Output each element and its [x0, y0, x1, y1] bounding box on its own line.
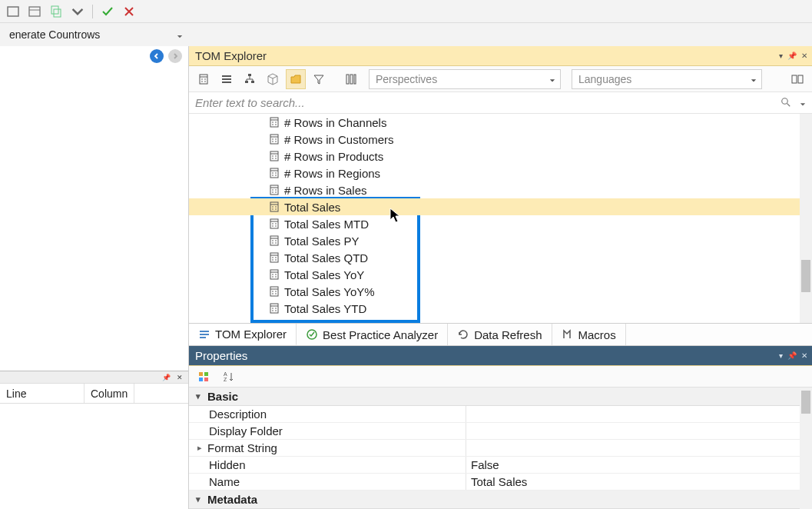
property-value[interactable]: False	[466, 457, 812, 473]
pin-icon[interactable]: 📌	[160, 374, 173, 381]
collapse-icon[interactable]: ▾	[194, 494, 203, 504]
measure-icon	[269, 303, 280, 314]
category-label: Basic	[207, 390, 238, 403]
svg-rect-80	[270, 270, 278, 279]
tab-macros[interactable]: Macros	[552, 324, 626, 345]
chevron-down-icon[interactable]	[69, 3, 86, 20]
properties-header: Properties ▾ 📌 ✕	[189, 346, 812, 366]
forward-icon[interactable]	[168, 49, 182, 63]
close-icon[interactable]: ✕	[801, 52, 807, 60]
hierarchy-icon[interactable]	[240, 69, 260, 89]
property-value[interactable]	[466, 406, 812, 422]
svg-point-97	[275, 310, 277, 311]
script-icon[interactable]	[48, 3, 65, 20]
expand-icon[interactable]: ▸	[195, 443, 204, 453]
tree-node[interactable]: Total Sales MTD	[189, 215, 800, 232]
list-icon[interactable]	[217, 69, 237, 89]
back-icon[interactable]	[150, 49, 164, 63]
window-icon[interactable]	[5, 3, 22, 20]
category-metadata[interactable]: ▾ Metadata	[189, 491, 812, 509]
property-value[interactable]	[466, 423, 812, 439]
svg-point-22	[782, 98, 788, 104]
window-menu-icon[interactable]: ▾	[779, 352, 783, 360]
scroll-thumb[interactable]	[801, 391, 810, 414]
chevron-down-icon	[177, 30, 183, 42]
tree-node[interactable]: Total Sales PY	[189, 232, 800, 249]
tab-data-refresh[interactable]: Data Refresh	[448, 324, 552, 345]
layout-icon[interactable]	[26, 3, 43, 20]
categorized-icon[interactable]	[194, 367, 214, 387]
cube-icon[interactable]	[263, 69, 283, 89]
alphabetical-icon[interactable]: AZ	[218, 367, 238, 387]
property-row[interactable]: ▸Format String	[189, 440, 812, 457]
column-header-column[interactable]: Column	[85, 384, 134, 403]
tree-node-label: Total Sales	[284, 201, 340, 214]
property-row[interactable]: Display Folder	[189, 423, 812, 440]
collapse-icon[interactable]: ▾	[194, 391, 203, 401]
svg-rect-20	[792, 75, 797, 83]
property-value[interactable]: Total Sales	[466, 474, 812, 490]
scrollbar[interactable]	[800, 114, 812, 323]
measure-icon	[269, 185, 280, 195]
search-input[interactable]	[195, 96, 806, 109]
search-icon[interactable]	[781, 97, 790, 109]
svg-point-84	[272, 276, 273, 278]
svg-rect-86	[270, 287, 278, 296]
folder-icon[interactable]	[286, 69, 306, 89]
tree-node-label: # Rows in Customers	[284, 133, 394, 146]
svg-rect-15	[245, 81, 248, 83]
chevron-down-icon[interactable]	[800, 97, 806, 109]
filter-icon[interactable]	[309, 69, 329, 89]
ribbon-tab-countrows[interactable]: enerate Countrows	[0, 23, 189, 46]
svg-line-23	[787, 103, 790, 106]
check-icon[interactable]	[99, 3, 116, 20]
pin-icon[interactable]: 📌	[787, 52, 797, 60]
window-menu-icon[interactable]: ▾	[779, 52, 783, 60]
tree-node-label: Total Sales YoY%	[284, 285, 375, 298]
columns-icon[interactable]	[341, 69, 361, 89]
tree-node-label: Total Sales MTD	[284, 218, 369, 231]
property-row[interactable]: Description	[189, 406, 812, 423]
tree-node[interactable]: Total Sales YoY%	[189, 283, 800, 300]
close-icon[interactable]: ✕	[801, 352, 807, 360]
tree-node[interactable]: Total Sales YTD	[189, 300, 800, 317]
tree-node[interactable]: # Rows in Channels	[189, 114, 800, 131]
tree-node[interactable]: Total Sales	[189, 198, 800, 215]
svg-rect-13	[222, 82, 231, 83]
close-icon[interactable]	[121, 3, 138, 20]
svg-rect-92	[270, 304, 278, 313]
perspectives-dropdown[interactable]: Perspectives	[369, 69, 561, 89]
svg-rect-5	[200, 75, 207, 84]
tab-tom-explorer[interactable]: TOM Explorer	[189, 324, 297, 345]
svg-point-54	[272, 191, 273, 193]
property-name: Name	[189, 474, 466, 490]
tree-node[interactable]: # Rows in Customers	[189, 131, 800, 148]
tab-best-practice-analyzer[interactable]: Best Practice Analyzer	[297, 324, 448, 345]
svg-point-67	[275, 225, 277, 227]
column-header-line[interactable]: Line	[0, 384, 85, 403]
svg-point-58	[272, 206, 273, 208]
tree-node[interactable]: Total Sales QTD	[189, 249, 800, 266]
tree-node[interactable]: # Rows in Products	[189, 148, 800, 165]
svg-point-91	[275, 293, 277, 294]
property-row[interactable]: HiddenFalse	[189, 457, 812, 474]
scroll-thumb[interactable]	[801, 260, 810, 292]
svg-point-96	[272, 310, 273, 311]
svg-point-73	[275, 242, 277, 244]
pin-icon[interactable]: 📌	[787, 352, 797, 360]
panels-icon[interactable]	[787, 69, 807, 89]
tree-node[interactable]: # Rows in Sales	[189, 181, 800, 198]
svg-point-9	[201, 81, 203, 82]
svg-rect-62	[270, 219, 278, 228]
close-icon[interactable]: ✕	[174, 374, 185, 381]
languages-dropdown[interactable]: Languages	[572, 69, 762, 89]
property-value[interactable]	[466, 440, 812, 456]
svg-point-78	[272, 259, 273, 261]
property-row[interactable]: NameTotal Sales	[189, 474, 812, 491]
svg-point-42	[272, 158, 273, 159]
tree-node[interactable]: # Rows in Regions	[189, 165, 800, 181]
scrollbar[interactable]	[800, 388, 812, 509]
category-basic[interactable]: ▾ Basic	[189, 388, 812, 406]
tree-node[interactable]: Total Sales YoY	[189, 266, 800, 283]
calculator-icon[interactable]	[194, 69, 214, 89]
